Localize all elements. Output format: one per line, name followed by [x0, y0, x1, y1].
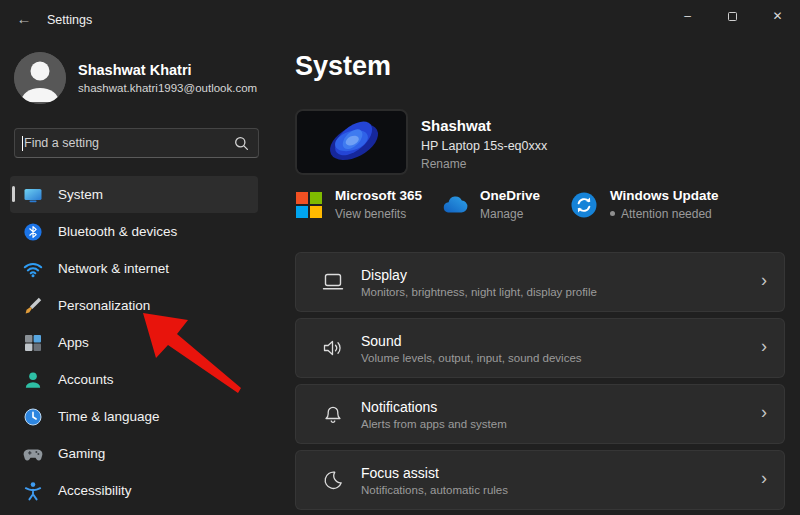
row-title: Display	[361, 267, 597, 283]
sidebar-item-network[interactable]: Network & internet	[10, 250, 258, 287]
sidebar-nav: System Bluetooth & devices Network &	[10, 176, 258, 509]
attention-dot-icon	[610, 211, 615, 216]
clock-icon	[23, 407, 43, 427]
status-card-subtitle: Manage	[480, 207, 540, 221]
settings-row-display[interactable]: Display Monitors, brightness, night ligh…	[295, 252, 785, 312]
main-content: System Shashwat HP Laptop 15s-eq0xxx Ren…	[295, 0, 785, 515]
row-subtitle: Alerts from apps and system	[361, 418, 507, 430]
status-card-title: Microsoft 365	[335, 188, 422, 203]
sidebar-item-system[interactable]: System	[10, 176, 258, 213]
row-title: Focus assist	[361, 465, 508, 481]
sidebar-item-accounts[interactable]: Accounts	[10, 361, 258, 398]
app-title: Settings	[47, 13, 92, 27]
paintbrush-icon	[23, 296, 43, 316]
row-subtitle: Notifications, automatic rules	[361, 484, 508, 496]
sidebar-item-label: Network & internet	[58, 261, 169, 276]
sidebar: Shashwat Khatri shashwat.khatri1993@outl…	[0, 36, 285, 515]
status-card-microsoft-365[interactable]: Microsoft 365 View benefits	[295, 188, 422, 221]
status-card-title: OneDrive	[480, 188, 540, 203]
sidebar-item-label: Personalization	[58, 298, 150, 313]
monitor-icon	[23, 185, 43, 205]
status-card-subtitle: View benefits	[335, 207, 422, 221]
device-card: Shashwat HP Laptop 15s-eq0xxx Rename	[295, 109, 547, 175]
device-thumbnail	[295, 109, 408, 175]
sidebar-item-personalization[interactable]: Personalization	[10, 287, 258, 324]
rename-link[interactable]: Rename	[421, 157, 547, 171]
wifi-icon	[23, 259, 43, 279]
bell-icon	[321, 402, 345, 426]
bluetooth-icon	[23, 222, 43, 242]
speaker-icon	[321, 336, 345, 360]
search-box[interactable]	[14, 128, 259, 158]
accessibility-icon	[23, 481, 43, 501]
status-card-windows-update[interactable]: Windows Update Attention needed	[570, 188, 719, 221]
sidebar-item-label: Time & language	[58, 409, 160, 424]
row-title: Sound	[361, 333, 582, 349]
sidebar-item-label: Gaming	[58, 446, 105, 461]
sidebar-item-apps[interactable]: Apps	[10, 324, 258, 361]
row-title: Notifications	[361, 399, 507, 415]
device-name: Shashwat	[421, 117, 547, 134]
settings-row-notifications[interactable]: Notifications Alerts from apps and syste…	[295, 384, 785, 444]
sidebar-item-accessibility[interactable]: Accessibility	[10, 472, 258, 509]
profile-email: shashwat.khatri1993@outlook.com	[78, 82, 257, 94]
profile-name: Shashwat Khatri	[78, 62, 257, 78]
sidebar-item-bluetooth[interactable]: Bluetooth & devices	[10, 213, 258, 250]
sidebar-item-label: Accessibility	[58, 483, 132, 498]
search-input[interactable]	[24, 129, 224, 157]
person-icon	[23, 370, 43, 390]
sidebar-item-label: Apps	[58, 335, 89, 350]
onedrive-cloud-icon	[440, 191, 470, 221]
row-subtitle: Monitors, brightness, night light, displ…	[361, 286, 597, 298]
status-card-onedrive[interactable]: OneDrive Manage	[440, 188, 540, 221]
moon-icon	[321, 468, 345, 492]
status-card-subtitle: Attention needed	[610, 207, 719, 221]
sidebar-item-label: System	[58, 187, 103, 202]
device-model: HP Laptop 15s-eq0xxx	[421, 139, 547, 153]
back-icon[interactable]: ←	[13, 10, 35, 28]
search-icon	[234, 136, 249, 155]
laptop-display-icon	[321, 270, 345, 294]
chevron-right-icon: ›	[761, 336, 767, 357]
apps-grid-icon	[23, 333, 43, 353]
status-card-title: Windows Update	[610, 188, 719, 203]
microsoft-logo-icon	[295, 191, 325, 221]
sidebar-item-gaming[interactable]: Gaming	[10, 435, 258, 472]
chevron-right-icon: ›	[761, 402, 767, 423]
row-subtitle: Volume levels, output, input, sound devi…	[361, 352, 582, 364]
sidebar-item-time-language[interactable]: Time & language	[10, 398, 258, 435]
gamepad-icon	[23, 444, 43, 464]
page-title: System	[295, 51, 391, 82]
sidebar-item-label: Accounts	[58, 372, 114, 387]
text-caret	[22, 136, 23, 151]
chevron-right-icon: ›	[761, 270, 767, 291]
sidebar-item-label: Bluetooth & devices	[58, 224, 177, 239]
chevron-right-icon: ›	[761, 468, 767, 489]
profile-card[interactable]: Shashwat Khatri shashwat.khatri1993@outl…	[14, 52, 257, 104]
settings-row-focus-assist[interactable]: Focus assist Notifications, automatic ru…	[295, 450, 785, 510]
windows-update-icon	[570, 191, 600, 221]
avatar	[14, 52, 66, 104]
settings-row-sound[interactable]: Sound Volume levels, output, input, soun…	[295, 318, 785, 378]
